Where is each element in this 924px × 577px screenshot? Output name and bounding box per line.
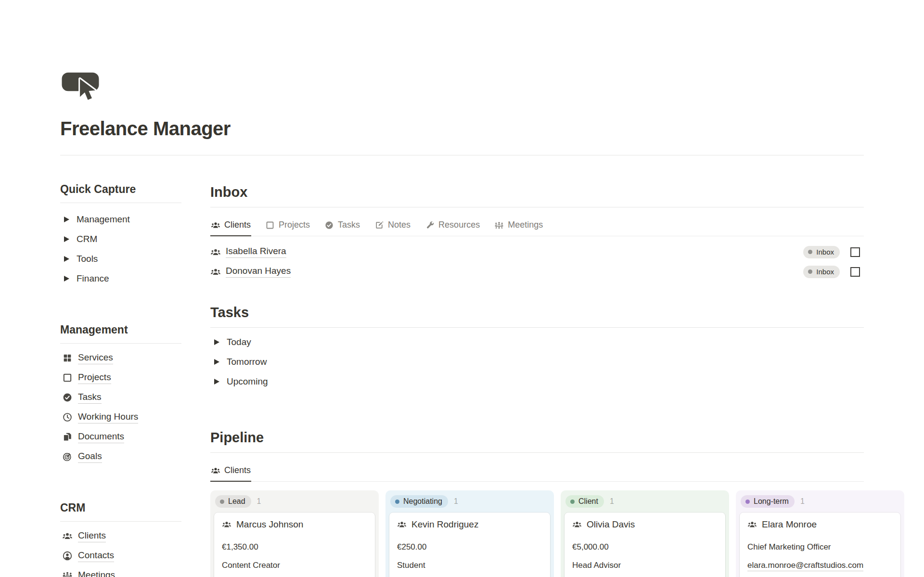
- card-email-link[interactable]: elara.monroe@craftstudios.com: [747, 561, 863, 571]
- card-amount: €5,000.00: [572, 542, 718, 552]
- status-pill-label: Negotiating: [403, 497, 442, 506]
- toggle-triangle-icon: [214, 379, 219, 385]
- row-checkbox[interactable]: [850, 267, 860, 277]
- status-badge-label: Inbox: [816, 268, 834, 276]
- status-pill-negotiating[interactable]: Negotiating: [390, 495, 448, 508]
- sidebar-divider: [60, 343, 181, 344]
- clock-icon: [62, 412, 73, 423]
- toggle-label: Tools: [77, 254, 98, 264]
- status-pill-client[interactable]: Client: [565, 495, 604, 508]
- status-dot-icon: [745, 500, 750, 504]
- sidebar-section-title: Quick Capture: [60, 182, 181, 196]
- inbox-heading: Inbox: [210, 184, 864, 200]
- pipeline-card-olivia-davis[interactable]: Olivia Davis €5,000.00 Head Advisor: [565, 513, 725, 577]
- sidebar-section-management: Management Services Projects Tasks: [60, 323, 181, 463]
- page-title: Freelance Manager: [60, 117, 864, 140]
- tab-meetings[interactable]: Meetings: [494, 214, 543, 236]
- status-dot-icon: [220, 500, 224, 504]
- sidebar-item-label: Services: [78, 352, 113, 364]
- card-description: Head Advisor: [572, 561, 718, 570]
- sidebar-item-goals[interactable]: Goals: [60, 450, 181, 463]
- check-circle-icon: [62, 392, 73, 403]
- sidebar-divider: [60, 203, 181, 203]
- sidebar-item-label: Contacts: [78, 550, 114, 562]
- tab-pipeline-clients[interactable]: Clients: [210, 460, 251, 481]
- people-icon: [222, 520, 231, 529]
- tab-projects[interactable]: Projects: [265, 214, 310, 236]
- sidebar-divider: [60, 521, 181, 522]
- status-dot-icon: [395, 500, 399, 504]
- status-pill-label: Client: [578, 497, 598, 506]
- toggle-item-crm[interactable]: CRM: [60, 232, 181, 246]
- pipeline-heading: Pipeline: [210, 430, 864, 446]
- status-badge[interactable]: Inbox: [803, 246, 840, 258]
- section-divider: [210, 452, 864, 453]
- toggle-triangle-icon: [64, 236, 69, 242]
- status-pill-lead[interactable]: Lead: [215, 495, 251, 508]
- sidebar-item-label: Tasks: [78, 392, 102, 404]
- tab-resources[interactable]: Resources: [424, 214, 480, 236]
- card-amount: €250.00: [397, 542, 542, 552]
- status-pill-label: Long-term: [754, 497, 789, 506]
- sidebar-item-clients[interactable]: Clients: [60, 529, 181, 543]
- pipeline-card-kevin-rodriguez[interactable]: Kevin Rodriguez €250.00 Student: [389, 513, 550, 577]
- tab-clients[interactable]: Clients: [210, 214, 251, 236]
- section-divider: [210, 207, 864, 207]
- toggle-item-tools[interactable]: Tools: [60, 252, 181, 266]
- board-column-lead: Lead 1 Marcus Johnson €1,350.00 Content …: [210, 490, 379, 577]
- sidebar-item-contacts[interactable]: Contacts: [60, 549, 181, 563]
- pipeline-card-elara-monroe[interactable]: Elara Monroe Chief Marketing Officer ela…: [740, 513, 900, 577]
- inbox-tabbar: Clients Projects Tasks Notes: [210, 214, 864, 236]
- sidebar-section-title: Management: [60, 323, 181, 336]
- card-client-name: Kevin Rodriguez: [411, 519, 478, 530]
- tab-tasks[interactable]: Tasks: [324, 214, 360, 236]
- column-count: 1: [257, 497, 261, 506]
- tab-label: Tasks: [338, 220, 360, 230]
- notion-page: Freelance Manager Quick Capture Manageme…: [0, 67, 924, 577]
- pipeline-board: Lead 1 Marcus Johnson €1,350.00 Content …: [210, 490, 864, 577]
- sidebar-item-meetings[interactable]: Meetings: [60, 569, 181, 577]
- tab-label: Projects: [279, 220, 310, 230]
- sidebar-item-tasks[interactable]: Tasks: [60, 391, 181, 404]
- cursor-click-icon[interactable]: [60, 67, 101, 103]
- people-icon: [210, 267, 221, 277]
- meeting-icon: [62, 570, 73, 577]
- status-badge[interactable]: Inbox: [803, 266, 840, 278]
- sidebar-item-label: Working Hours: [78, 411, 138, 423]
- toggle-label: CRM: [77, 234, 97, 244]
- toggle-label: Tomorrow: [227, 357, 267, 367]
- people-icon: [397, 520, 407, 529]
- status-badge-label: Inbox: [816, 248, 834, 256]
- toggle-label: Upcoming: [227, 376, 268, 387]
- status-dot-icon: [808, 269, 812, 274]
- inbox-row-isabella-rivera: Isabella Rivera Inbox: [210, 242, 864, 262]
- people-icon: [747, 520, 757, 529]
- row-checkbox[interactable]: [850, 247, 860, 257]
- tab-label: Notes: [388, 220, 411, 230]
- toggle-label: Management: [77, 214, 130, 225]
- tab-notes[interactable]: Notes: [374, 214, 411, 236]
- client-page-link[interactable]: Donovan Hayes: [226, 266, 291, 278]
- sidebar-item-documents[interactable]: Documents: [60, 430, 181, 444]
- board-column-client: Client 1 Olivia Davis €5,000.00 Head Adv…: [561, 490, 729, 577]
- toggle-item-finance[interactable]: Finance: [60, 272, 181, 285]
- inbox-row-donovan-hayes: Donovan Hayes Inbox: [210, 262, 864, 282]
- toggle-item-upcoming[interactable]: Upcoming: [210, 375, 864, 388]
- toggle-item-tomorrow[interactable]: Tomorrow: [210, 355, 864, 369]
- pipeline-card-marcus-johnson[interactable]: Marcus Johnson €1,350.00 Content Creator: [214, 513, 375, 577]
- client-page-link[interactable]: Isabella Rivera: [226, 246, 286, 258]
- toggle-item-today[interactable]: Today: [210, 335, 864, 349]
- status-pill-long-term[interactable]: Long-term: [741, 495, 795, 508]
- toggle-item-management[interactable]: Management: [60, 213, 181, 226]
- status-pill-label: Lead: [228, 497, 245, 506]
- tab-label: Meetings: [508, 220, 543, 230]
- status-dot-icon: [808, 250, 812, 254]
- card-client-name: Olivia Davis: [587, 519, 635, 530]
- board-column-negotiating: Negotiating 1 Kevin Rodriguez €250.00 St…: [385, 490, 554, 577]
- sidebar-item-services[interactable]: Services: [60, 351, 181, 365]
- sidebar-item-working-hours[interactable]: Working Hours: [60, 410, 181, 424]
- toggle-triangle-icon: [214, 359, 219, 365]
- sidebar-item-projects[interactable]: Projects: [60, 371, 181, 385]
- sidebar-section-crm: CRM Clients Contacts Meetings: [60, 501, 181, 577]
- pipeline-tabbar: Clients: [210, 460, 864, 482]
